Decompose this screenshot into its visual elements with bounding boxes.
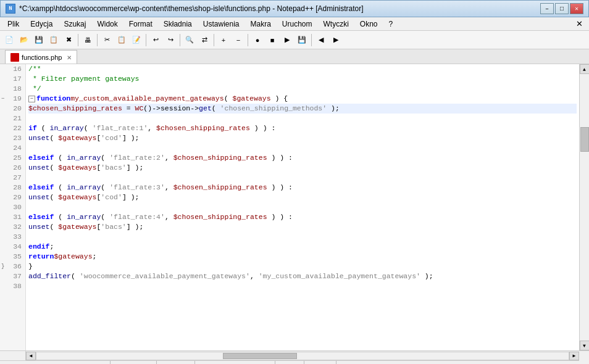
line-number-18: 18 xyxy=(0,84,25,94)
tb-sep2 xyxy=(97,34,98,46)
scroll-up-arrow[interactable]: ▲ xyxy=(580,64,590,74)
line-number-36: }36 xyxy=(0,262,25,271)
prev-button[interactable]: ◀ xyxy=(314,33,328,47)
menu-format[interactable]: Format xyxy=(124,19,157,30)
tab-label: functions.php xyxy=(22,54,62,61)
code-line-35: return $gateways; xyxy=(28,252,577,262)
code-line-21 xyxy=(28,114,577,123)
close-button[interactable]: ✕ xyxy=(570,3,583,14)
menu-makra[interactable]: Makra xyxy=(246,19,276,30)
line-number-30: 30 xyxy=(0,202,25,212)
close-button-tb[interactable]: ✖ xyxy=(62,33,75,47)
scrollbar-vertical[interactable]: ▲ ▼ xyxy=(579,64,589,350)
save-button[interactable]: 💾 xyxy=(32,33,46,47)
copy-button[interactable]: 📋 xyxy=(115,33,128,47)
maximize-button[interactable]: □ xyxy=(555,3,569,14)
line-number-19: −19 xyxy=(0,94,25,104)
print-button[interactable]: 🖶 xyxy=(81,33,94,47)
open-button[interactable]: 📂 xyxy=(17,33,31,47)
tab-file-icon xyxy=(10,53,19,62)
menu-wtyczki[interactable]: Wtyczki xyxy=(319,19,354,30)
zoom-in-button[interactable]: + xyxy=(217,33,230,47)
line-number-29: 29 xyxy=(0,192,25,202)
code-line-25: elseif ( in_array( 'flat_rate:2', $chose… xyxy=(28,153,577,163)
line-number-31: 31 xyxy=(0,212,25,222)
code-line-18: */ xyxy=(28,84,577,94)
line-numbers: 161718−192021222324252627282930313233343… xyxy=(0,64,26,350)
line-number-27: 27 xyxy=(0,173,25,183)
menu-okno[interactable]: Okno xyxy=(355,19,383,30)
line-number-21: 21 xyxy=(0,114,25,123)
scroll-right-arrow[interactable]: ▶ xyxy=(569,352,579,360)
menu-edycja[interactable]: Edycja xyxy=(25,19,57,30)
code-line-17: * Filter payment gateways xyxy=(28,74,577,84)
save-all-button[interactable]: 📋 xyxy=(47,33,61,47)
corner-spacer xyxy=(0,351,26,360)
line-number-16: 16 xyxy=(0,64,25,74)
tb-sep5 xyxy=(214,34,214,46)
status-position: Ln: 9 Col: 13 Sel: 0 | 0 xyxy=(195,361,275,364)
menu-plik[interactable]: Plik xyxy=(2,19,24,30)
scroll-track-h[interactable] xyxy=(36,352,569,360)
macro-save[interactable]: 💾 xyxy=(295,33,309,47)
cut-button[interactable]: ✂ xyxy=(100,33,114,47)
scroll-thumb-v[interactable] xyxy=(580,127,589,152)
line-number-20: 20 xyxy=(0,104,25,114)
find-button[interactable]: 🔍 xyxy=(183,33,196,47)
replace-button[interactable]: ⇄ xyxy=(198,33,211,47)
new-button[interactable]: 📄 xyxy=(2,33,16,47)
line-number-37: 37 xyxy=(0,271,25,281)
scrollbar-horizontal[interactable]: ◀ ▶ xyxy=(26,351,579,360)
menu-widok[interactable]: Widok xyxy=(92,19,122,30)
undo-button[interactable]: ↩ xyxy=(149,33,162,47)
redo-button[interactable]: ↪ xyxy=(164,33,177,47)
code-line-33 xyxy=(28,232,577,242)
tb-sep4 xyxy=(180,34,180,46)
menu-skladnia[interactable]: Składnia xyxy=(159,19,197,30)
toolbar: 📄 📂 💾 📋 ✖ 🖶 ✂ 📋 📝 ↩ ↪ 🔍 ⇄ + − ● ■ ▶ 💾 ◀ … xyxy=(0,31,589,49)
line-number-35: 35 xyxy=(0,252,25,262)
status-insert: INS xyxy=(336,361,360,364)
status-filetype: PHP Hypertext Preprocessor fi xyxy=(5,361,111,364)
code-line-30 xyxy=(28,202,577,212)
line-number-23: 23 xyxy=(0,133,25,143)
line-number-34: 34 xyxy=(0,242,25,252)
status-bar: PHP Hypertext Preprocessor fi length: 97… xyxy=(0,360,589,364)
menu-ustawienia[interactable]: Ustawienia xyxy=(198,19,244,30)
menu-uruchom[interactable]: Uruchom xyxy=(277,19,317,30)
next-button[interactable]: ▶ xyxy=(329,33,343,47)
menu-help[interactable]: ? xyxy=(384,19,398,30)
zoom-out-button[interactable]: − xyxy=(232,33,245,47)
code-line-34: endif; xyxy=(28,242,577,252)
minimize-button[interactable]: – xyxy=(540,3,554,14)
scroll-thumb-h[interactable] xyxy=(223,353,297,359)
code-line-19: −function my_custom_available_payment_ga… xyxy=(28,94,577,104)
line-number-28: 28 xyxy=(0,183,25,192)
scroll-down-arrow[interactable]: ▼ xyxy=(580,341,590,350)
macro-play[interactable]: ▶ xyxy=(280,33,294,47)
macro-stop[interactable]: ■ xyxy=(265,33,279,47)
paste-button[interactable]: 📝 xyxy=(130,33,143,47)
line-number-26: 26 xyxy=(0,163,25,173)
code-line-26: unset( $gateways['bacs'] ); xyxy=(28,163,577,173)
tb-sep1 xyxy=(78,34,78,46)
menu-szukaj[interactable]: Szukaj xyxy=(59,19,91,30)
code-line-29: unset( $gateways['cod'] ); xyxy=(28,192,577,202)
code-area[interactable]: /** * Filter payment gateways */−functio… xyxy=(26,64,579,350)
code-content: /** * Filter payment gateways */−functio… xyxy=(26,64,579,291)
line-number-24: 24 xyxy=(0,143,25,153)
macro-record[interactable]: ● xyxy=(251,33,264,47)
title-buttons: – □ ✕ xyxy=(540,3,583,14)
scroll-track-v[interactable] xyxy=(580,74,589,341)
scroll-left-arrow[interactable]: ◀ xyxy=(26,352,36,360)
tab-close-button[interactable]: ✕ xyxy=(67,54,72,61)
code-line-36: } xyxy=(28,262,577,271)
tab-functions-php[interactable]: functions.php ✕ xyxy=(5,50,77,64)
code-line-31: elseif ( in_array( 'flat_rate:4', $chose… xyxy=(28,212,577,222)
code-line-27 xyxy=(28,173,577,183)
menu-close-x[interactable]: ✕ xyxy=(572,18,587,30)
code-line-22: if ( in_array( 'flat_rate:1', $chosen_sh… xyxy=(28,123,577,133)
code-line-32: unset( $gateways['bacs'] ); xyxy=(28,222,577,232)
tb-sep6 xyxy=(248,34,248,46)
line-number-32: 32 xyxy=(0,222,25,232)
